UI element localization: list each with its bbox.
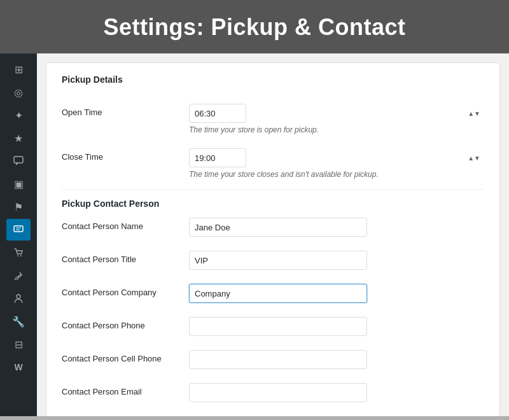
svg-point-6 [20, 255, 22, 256]
sidebar: ⊞ ◎ ✦ ★ ▣ ⚑ 🔧 ⊟ W [0, 53, 37, 416]
contact-name-input[interactable] [189, 218, 367, 237]
contact-email-label: Contact Person Email [62, 383, 189, 396]
block-icon[interactable]: ⊟ [6, 333, 31, 355]
user-icon[interactable]: ✦ [6, 104, 31, 126]
cart-icon[interactable] [6, 242, 31, 263]
svg-rect-2 [14, 226, 23, 232]
chat-icon[interactable] [6, 150, 31, 172]
close-time-hint: The time your store closes and isn't ava… [189, 170, 484, 179]
open-time-row: Open Time 06:30 07:00 08:00 ▲▼ The time … [62, 99, 484, 139]
open-time-hint: The time your store is open for pickup. [189, 125, 484, 134]
open-time-field: 06:30 07:00 08:00 ▲▼ The time your store… [189, 104, 484, 134]
contact-name-label: Contact Person Name [62, 218, 189, 231]
star-icon[interactable]: ★ [6, 127, 31, 149]
contact-company-row: Contact Person Company [62, 279, 484, 308]
contact-email-field [189, 383, 484, 402]
dashboard-icon[interactable]: ⊞ [6, 59, 31, 80]
contact-cell-field [189, 350, 484, 369]
pickup-contact-title: Pickup Contact Person [62, 199, 484, 209]
contact-company-label: Contact Person Company [62, 284, 189, 297]
contact-title-label: Contact Person Title [62, 251, 189, 264]
contact-phone-field [189, 317, 484, 336]
contact-name-row: Contact Person Name [62, 213, 484, 242]
content-area: Pickup Details Open Time 06:30 07:00 08:… [37, 53, 509, 416]
contact-phone-row: Contact Person Phone [62, 312, 484, 341]
contact-title-field [189, 251, 484, 270]
open-time-arrow-icon: ▲▼ [468, 110, 480, 117]
svg-point-7 [17, 295, 20, 298]
contact-name-field [189, 218, 484, 237]
contact-phone-input[interactable] [189, 317, 367, 336]
wp-icon[interactable]: W [6, 356, 31, 378]
close-time-arrow-icon: ▲▼ [468, 155, 480, 162]
contact-title-input[interactable] [189, 251, 367, 270]
page-title: Settings: Pickup & Contact [0, 0, 509, 53]
contact-phone-label: Contact Person Phone [62, 317, 189, 330]
tool-icon[interactable] [6, 265, 31, 286]
open-time-select-container: 06:30 07:00 08:00 ▲▼ [189, 104, 484, 123]
contact-company-field [189, 284, 484, 303]
close-time-field: 19:00 18:00 20:00 ▲▼ The time your store… [189, 148, 484, 179]
contact-cell-input[interactable] [189, 350, 367, 369]
wrench-icon[interactable]: 🔧 [6, 311, 31, 332]
contact-cell-label: Contact Person Cell Phone [62, 350, 189, 363]
contact-title-row: Contact Person Title [62, 246, 484, 275]
flag-icon[interactable]: ⚑ [6, 196, 31, 218]
svg-point-5 [17, 255, 18, 256]
page-icon[interactable]: ▣ [6, 173, 31, 195]
message-icon[interactable] [6, 219, 31, 241]
close-time-select-container: 19:00 18:00 20:00 ▲▼ [189, 148, 484, 167]
contact-email-input[interactable] [189, 383, 367, 402]
settings-panel: Pickup Details Open Time 06:30 07:00 08:… [46, 62, 500, 416]
person-icon[interactable] [6, 288, 31, 309]
open-time-label: Open Time [62, 104, 189, 117]
section-divider [62, 189, 484, 190]
close-time-row: Close Time 19:00 18:00 20:00 ▲▼ The time… [62, 143, 484, 184]
contact-fields: Contact Person NameContact Person TitleC… [62, 213, 484, 407]
open-time-select[interactable]: 06:30 07:00 08:00 [189, 104, 246, 123]
close-time-label: Close Time [62, 148, 189, 162]
settings-circle-icon[interactable]: ◎ [6, 81, 31, 103]
svg-rect-0 [14, 157, 23, 163]
contact-email-row: Contact Person Email [62, 378, 484, 407]
close-time-select[interactable]: 19:00 18:00 20:00 [189, 148, 246, 167]
contact-company-input[interactable] [189, 284, 367, 303]
contact-cell-row: Contact Person Cell Phone [62, 345, 484, 374]
pickup-details-title: Pickup Details [62, 74, 484, 88]
